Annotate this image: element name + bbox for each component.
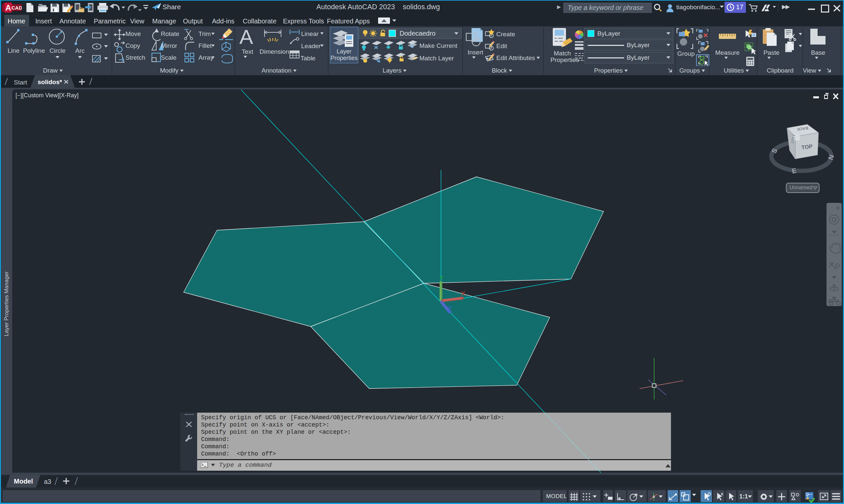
svg-text:Y: Y bbox=[440, 275, 444, 281]
svg-text:Line: Line bbox=[7, 47, 19, 54]
svg-text:E: E bbox=[791, 166, 797, 175]
svg-text:Circle: Circle bbox=[50, 47, 66, 54]
svg-text:[−][Custom View][X-Ray]: [−][Custom View][X-Ray] bbox=[16, 92, 79, 98]
svg-text:X: X bbox=[461, 290, 465, 297]
svg-text:Unnamed: Unnamed bbox=[790, 185, 812, 190]
svg-text:Z: Z bbox=[447, 305, 452, 314]
svg-text:N: N bbox=[827, 154, 836, 161]
svg-text:Polyline: Polyline bbox=[23, 47, 45, 54]
svg-text:CAD: CAD bbox=[12, 5, 22, 11]
svg-text:A: A bbox=[5, 3, 11, 12]
svg-text:Arc: Arc bbox=[75, 47, 85, 54]
